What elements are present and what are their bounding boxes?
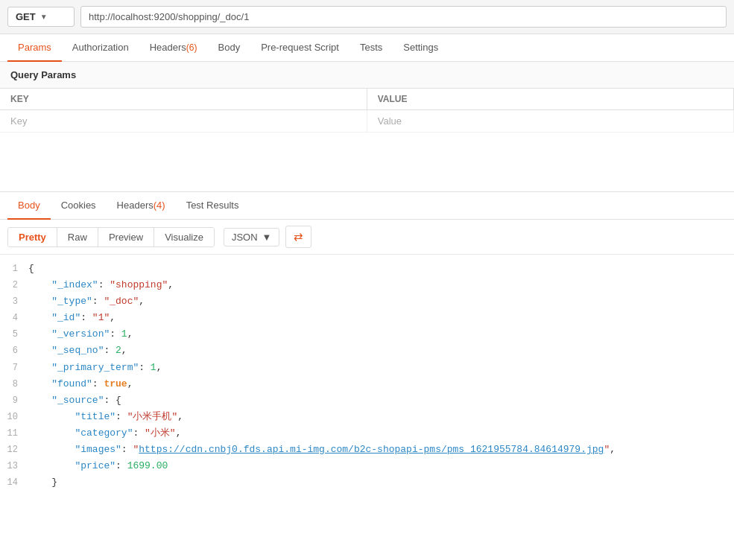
spacer [0, 133, 734, 192]
json-line-10: 10 "title": "小米手机", [0, 409, 734, 425]
response-tab-testresults[interactable]: Test Results [176, 192, 250, 220]
json-line-2: 2 "_index": "shopping", [0, 277, 734, 293]
json-line-9: 9 "_source": { [0, 392, 734, 409]
tab-params[interactable]: Params [7, 34, 62, 62]
format-btn-group: Pretty Raw Preview Visualize [7, 227, 215, 247]
query-params-label: Query Params [0, 62, 734, 89]
tab-headers[interactable]: Headers(6) [139, 34, 208, 62]
format-toolbar: Pretty Raw Preview Visualize JSON ▼ ⇄ [0, 220, 734, 255]
col-value: VALUE [367, 89, 733, 110]
method-arrow: ▼ [40, 13, 48, 21]
request-tabs: Params Authorization Headers(6) Body Pre… [0, 34, 734, 62]
tab-prerequest[interactable]: Pre-request Script [250, 34, 349, 62]
response-tab-body[interactable]: Body [7, 192, 51, 220]
tab-settings[interactable]: Settings [393, 34, 449, 62]
image-link[interactable]: https://cdn.cnbj0.fds.api.mi-img.com/b2c… [139, 444, 604, 455]
format-pretty[interactable]: Pretty [8, 228, 57, 246]
json-line-3: 3 "_type": "_doc", [0, 293, 734, 310]
json-line-12: 12 "images": "https://cdn.cnbj0.fds.api.… [0, 442, 734, 458]
json-line-4: 4 "_id": "1", [0, 310, 734, 326]
format-raw[interactable]: Raw [57, 228, 98, 246]
params-table: KEY VALUE Key Value [0, 89, 734, 133]
json-line-8: 8 "found": true, [0, 376, 734, 392]
json-line-14: 14 } [0, 474, 734, 491]
value-cell[interactable]: Value [367, 110, 733, 133]
key-cell[interactable]: Key [0, 110, 367, 133]
url-input[interactable] [80, 6, 727, 28]
tab-tests[interactable]: Tests [349, 34, 393, 62]
json-line-13: 13 "price": 1699.00 [0, 458, 734, 474]
table-row: Key Value [0, 110, 734, 133]
method-select[interactable]: GET ▼ [7, 7, 75, 27]
json-line-6: 6 "_seq_no": 2, [0, 343, 734, 359]
response-tabs: Body Cookies Headers(4) Test Results [0, 192, 734, 220]
json-line-11: 11 "category": "小米", [0, 425, 734, 442]
tab-authorization[interactable]: Authorization [62, 34, 139, 62]
json-body: 1 { 2 "_index": "shopping", 3 "_type": "… [0, 255, 734, 497]
response-tab-headers[interactable]: Headers(4) [107, 192, 176, 220]
json-line-1: 1 { [0, 261, 734, 277]
wrap-button[interactable]: ⇄ [285, 226, 311, 248]
format-preview[interactable]: Preview [98, 228, 154, 246]
response-tab-cookies[interactable]: Cookies [51, 192, 107, 220]
tab-body[interactable]: Body [208, 34, 251, 62]
method-label: GET [16, 11, 36, 22]
json-select-arrow: ▼ [262, 232, 272, 243]
json-line-7: 7 "_primary_term": 1, [0, 360, 734, 376]
json-line-5: 5 "_version": 1, [0, 326, 734, 343]
json-type-select[interactable]: JSON ▼ [224, 228, 280, 246]
url-bar: GET ▼ [0, 0, 734, 34]
col-key: KEY [0, 89, 367, 110]
format-visualize[interactable]: Visualize [154, 228, 214, 246]
